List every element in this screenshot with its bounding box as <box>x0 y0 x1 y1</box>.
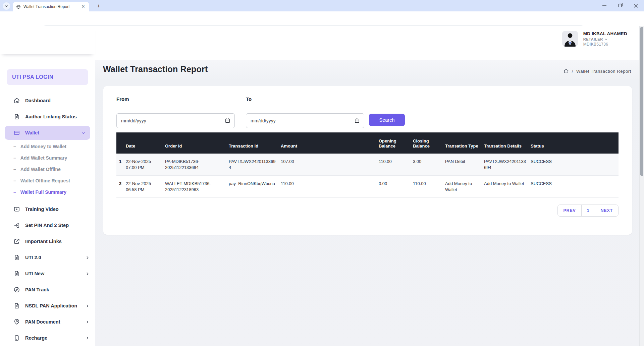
cell-transaction-id: pay_RinnONKbqWbcna <box>228 176 280 198</box>
table-row: 2 22-Nov-2025 06:58 PM WALLET-MDIKB51736… <box>116 176 619 198</box>
sidebar-item-dashboard[interactable]: Dashboard <box>0 93 95 109</box>
cell-transation-details: PAVTXJWX24201133694 <box>483 154 530 176</box>
window-close-button[interactable] <box>629 0 643 11</box>
to-date-input[interactable] <box>246 113 364 128</box>
search-button[interactable]: Search <box>369 114 405 126</box>
dash-bullet-icon: – <box>13 178 16 183</box>
sidebar-item-aadhar-linking-status[interactable]: Aadhar Linking Status <box>0 109 95 125</box>
user-role[interactable]: RETAILER <box>583 37 627 41</box>
sidebar-menu: Dashboard Aadhar Linking Status Wallet –… <box>0 93 95 346</box>
from-label: From <box>116 96 129 102</box>
sidebar-logo-area <box>0 26 95 54</box>
col-transation-type: Transation Type <box>444 132 483 154</box>
submenu-item-add-wallet-offline[interactable]: – Add Wallet Offline <box>0 164 95 175</box>
user-menu[interactable]: MD IKBAL AHAMED RETAILER MDIKB51736 <box>562 31 627 47</box>
prev-page-button[interactable]: PREV <box>558 205 581 216</box>
table-header-row: Date Order Id Transaction Id Amount Open… <box>116 132 619 154</box>
page-number-button[interactable]: 1 <box>581 205 595 216</box>
col-sno <box>116 132 125 154</box>
to-date-field <box>246 113 364 128</box>
submenu-item-add-money-to-wallet[interactable]: – Add Money to Wallet <box>0 141 95 152</box>
user-avatar-image <box>562 31 578 47</box>
home-icon[interactable] <box>564 68 569 74</box>
chevron-right-icon <box>85 255 90 260</box>
col-amount: Amount <box>280 132 378 154</box>
dash-bullet-icon: – <box>13 144 16 149</box>
sidebar-item-important-links[interactable]: Important Links <box>0 233 95 249</box>
sidebar-item-training-video[interactable]: Training Video <box>0 201 95 217</box>
home-icon <box>13 97 20 104</box>
user-name: MD IKBAL AHAMED <box>583 31 627 36</box>
sidebar-item-label: Set PIN And 2 Step <box>25 223 69 228</box>
submenu-item-label: Wallet Full Summary <box>20 189 66 195</box>
dash-bullet-icon: – <box>13 167 16 172</box>
tab-search-button[interactable] <box>3 2 10 10</box>
submenu-item-wallet-full-summary[interactable]: – Wallet Full Summary <box>0 186 95 198</box>
sidebar-item-pan-track[interactable]: PAN Track <box>0 282 95 298</box>
minimize-icon <box>602 4 606 8</box>
tab-close-icon[interactable]: ✕ <box>80 4 86 9</box>
external-link-icon <box>13 238 20 245</box>
calendar-icon[interactable] <box>225 118 230 123</box>
sidebar: UTI PSA LOGIN Dashboard Aadhar Linking S… <box>0 26 95 346</box>
sidebar-item-label: NSDL PAN Application <box>25 303 77 308</box>
top-header: MD IKBAL AHAMED RETAILER MDIKB51736 <box>95 26 644 60</box>
location-pin-icon <box>13 319 20 325</box>
breadcrumb: / Wallet Transaction Report <box>564 68 631 74</box>
page-scrollbar[interactable] <box>639 26 644 346</box>
chevron-down-icon <box>81 131 86 135</box>
submenu-item-label: Wallet Offline Request <box>20 178 70 183</box>
wallet-card-icon <box>13 129 20 136</box>
submenu-item-add-wallet-summary[interactable]: – Add Wallet Summary <box>0 152 95 164</box>
browser-tab[interactable]: Wallet Transaction Report ✕ <box>13 2 89 11</box>
sidebar-item-nsdl-pan-application[interactable]: NSDL PAN Application <box>0 298 95 314</box>
sidebar-item-label: Dashboard <box>25 98 51 103</box>
breadcrumb-current: Wallet Transaction Report <box>576 69 631 74</box>
submenu-item-label: Add Wallet Offline <box>20 167 61 172</box>
cell-sno: 2 <box>116 176 125 198</box>
col-order-id: Order Id <box>164 132 228 154</box>
avatar <box>562 31 578 47</box>
sidebar-item-wallet[interactable]: Wallet <box>5 126 90 140</box>
sidebar-item-set-pin-and-2-step[interactable]: Set PIN And 2 Step <box>0 217 95 233</box>
wallet-submenu: – Add Money to Wallet – Add Wallet Summa… <box>0 141 95 198</box>
cell-date: 22-Nov-2025 06:58 PM <box>125 176 164 198</box>
user-id: MDIKB51736 <box>583 42 627 47</box>
chevron-right-icon <box>85 304 90 308</box>
video-play-icon <box>13 206 20 213</box>
scrollbar-thumb[interactable] <box>640 27 643 176</box>
user-info: MD IKBAL AHAMED RETAILER MDIKB51736 <box>583 31 627 47</box>
sidebar-item-uti-2-0[interactable]: UTI 2.0 <box>0 249 95 266</box>
document-icon <box>13 302 20 309</box>
new-tab-button[interactable]: + <box>95 2 102 10</box>
col-status: Status <box>530 132 619 154</box>
globe-icon <box>16 4 21 9</box>
window-restore-button[interactable] <box>612 0 627 11</box>
dash-bullet-icon: – <box>13 155 16 161</box>
cell-closing-balance: 3.00 <box>412 154 444 176</box>
brand-label: UTI PSA LOGIN <box>12 74 53 80</box>
cell-order-id: WALLET-MDIKB51736-20251122318963 <box>164 176 228 198</box>
cell-transation-details: Add Money to Wallet <box>483 176 530 198</box>
main-content: Wallet Transaction Report / Wallet Trans… <box>95 60 639 346</box>
breadcrumb-separator: / <box>572 69 573 74</box>
transactions-table: Date Order Id Transaction Id Amount Open… <box>116 132 619 198</box>
sidebar-item-pan-document[interactable]: PAN Document <box>0 314 95 330</box>
restore-icon <box>619 4 622 7</box>
window-minimize-button[interactable] <box>597 0 612 11</box>
cell-opening-balance: 110.00 <box>378 154 412 176</box>
browser-titlebar: Wallet Transaction Report ✕ + <box>0 0 644 11</box>
submenu-item-wallet-offline-request[interactable]: – Wallet Offline Request <box>0 175 95 186</box>
next-page-button[interactable]: NEXT <box>595 205 618 216</box>
cell-amount: 107.00 <box>280 154 378 176</box>
cell-date: 22-Nov-2025 07:00 PM <box>125 154 164 176</box>
calendar-icon[interactable] <box>354 118 360 123</box>
login-arrow-icon <box>13 222 20 229</box>
from-date-input[interactable] <box>116 113 235 128</box>
sidebar-item-label: UTI New <box>25 271 44 276</box>
sidebar-item-label: Aadhar Linking Status <box>25 114 77 119</box>
col-transaction-id: Transaction Id <box>228 132 280 154</box>
sidebar-item-recharge[interactable]: Recharge <box>0 330 95 346</box>
close-icon <box>634 4 638 8</box>
sidebar-item-uti-new[interactable]: UTI New <box>0 266 95 282</box>
